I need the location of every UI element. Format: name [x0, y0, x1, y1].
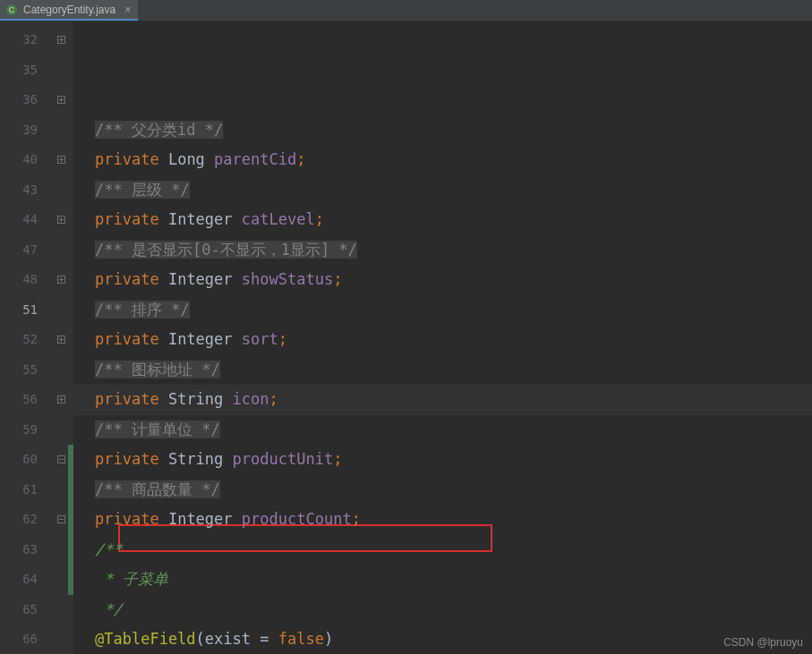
line-number[interactable]: 63: [0, 535, 38, 565]
line-number[interactable]: 61: [0, 475, 38, 505]
fold-empty: [54, 415, 68, 446]
code-line[interactable]: /** 计量单位 */: [73, 415, 812, 446]
code-line[interactable]: /** 排序 */: [73, 295, 812, 326]
code-line[interactable]: */: [73, 595, 812, 625]
line-number[interactable]: 59: [0, 415, 38, 446]
code-line[interactable]: /** 是否显示[0-不显示，1显示] */: [73, 235, 812, 266]
code-line[interactable]: private Long parentCid;: [73, 145, 812, 175]
fold-expand-icon[interactable]: [54, 325, 68, 355]
line-number[interactable]: 43: [0, 175, 38, 206]
fold-empty: [54, 235, 68, 266]
fold-expand-icon[interactable]: [54, 205, 68, 235]
code-line[interactable]: /**: [73, 535, 812, 565]
fold-empty: [54, 355, 68, 386]
line-number[interactable]: 35: [0, 55, 38, 86]
code-line[interactable]: private Integer catLevel;: [73, 205, 812, 235]
code-line[interactable]: private Integer showStatus;: [73, 265, 812, 295]
fold-collapse-icon[interactable]: [54, 505, 68, 535]
line-number[interactable]: 66: [0, 624, 38, 654]
fold-gutter[interactable]: [54, 21, 68, 654]
line-number[interactable]: 65: [0, 595, 38, 625]
fold-expand-icon[interactable]: [54, 145, 68, 175]
fold-expand-icon[interactable]: [54, 385, 68, 415]
code-line[interactable]: private Integer productCount;: [73, 505, 812, 535]
tab-bar: C CategoryEntity.java ×: [0, 0, 812, 21]
code-line[interactable]: private String productUnit;: [73, 445, 812, 475]
code-line[interactable]: /** 商品数量 */: [73, 475, 812, 505]
code-area[interactable]: /** 父分类id */private Long parentCid;/** 层…: [73, 21, 812, 654]
fold-empty: [54, 295, 68, 326]
tab-filename: CategoryEntity.java: [23, 4, 115, 16]
line-number[interactable]: 36: [0, 85, 38, 115]
fold-expand-icon[interactable]: [54, 85, 68, 115]
code-line[interactable]: private String icon;: [73, 385, 812, 415]
line-number[interactable]: 52: [0, 325, 38, 355]
line-number[interactable]: 44: [0, 205, 38, 235]
fold-empty: [54, 565, 68, 595]
java-class-icon: C: [5, 4, 18, 16]
fold-empty: [54, 115, 68, 146]
code-line[interactable]: * 子菜单: [73, 565, 812, 595]
code-line[interactable]: /** 层级 */: [73, 175, 812, 206]
line-number[interactable]: 56: [0, 385, 38, 415]
fold-empty: [54, 55, 68, 86]
svg-text:C: C: [9, 5, 15, 14]
fold-empty: [54, 624, 68, 654]
line-number-gutter[interactable]: 3235363940434447485152555659606162636465…: [0, 21, 54, 654]
editor: 3235363940434447485152555659606162636465…: [0, 21, 812, 654]
line-number[interactable]: 48: [0, 265, 38, 295]
editor-tab[interactable]: C CategoryEntity.java ×: [0, 0, 138, 21]
fold-empty: [54, 175, 68, 206]
code-line[interactable]: /** 图标地址 */: [73, 355, 812, 386]
fold-expand-icon[interactable]: [54, 25, 68, 55]
line-number[interactable]: 40: [0, 145, 38, 175]
line-number[interactable]: 64: [0, 565, 38, 595]
watermark: CSDN @lpruoyu: [723, 636, 803, 649]
fold-collapse-icon[interactable]: [54, 445, 68, 475]
line-number[interactable]: 51: [0, 295, 38, 326]
line-number[interactable]: 39: [0, 115, 38, 146]
code-line[interactable]: /** 父分类id */: [73, 115, 812, 146]
code-line[interactable]: private Integer sort;: [73, 325, 812, 355]
fold-empty: [54, 475, 68, 505]
fold-empty: [54, 595, 68, 625]
line-number[interactable]: 55: [0, 355, 38, 386]
fold-empty: [54, 535, 68, 565]
close-tab-icon[interactable]: ×: [124, 4, 131, 16]
line-number[interactable]: 62: [0, 505, 38, 535]
line-number[interactable]: 60: [0, 445, 38, 475]
line-number[interactable]: 32: [0, 25, 38, 55]
fold-expand-icon[interactable]: [54, 265, 68, 295]
code-line[interactable]: @TableField(exist = false): [73, 624, 812, 654]
line-number[interactable]: 47: [0, 235, 38, 266]
